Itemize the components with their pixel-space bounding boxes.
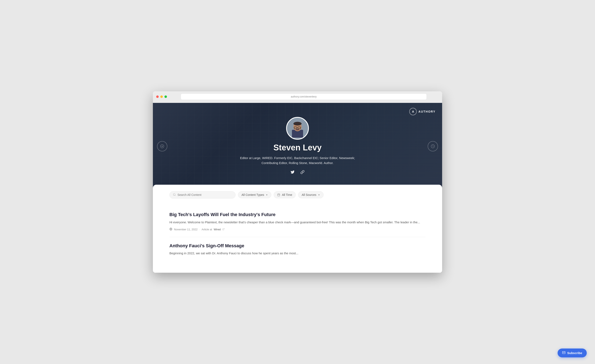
- avatar: [286, 117, 309, 140]
- article-title[interactable]: Anthony Fauci's Sign-Off Message: [170, 243, 425, 249]
- hero-deco-left: [157, 141, 167, 151]
- article-excerpt: Beginning in 2022, we sat with Dr. Antho…: [170, 251, 425, 256]
- browser-address-bar[interactable]: authory.com/stevenlevy: [181, 94, 426, 100]
- search-wrapper[interactable]: [170, 191, 235, 199]
- content-types-label: All Content Types: [241, 193, 264, 196]
- article-excerpt: Hi everyone. Welcome to Plaintext, the n…: [170, 220, 425, 225]
- hero-section: A AUTHORY: [153, 103, 442, 190]
- article-item: Big Tech's Layoffs Will Fuel the Industr…: [170, 206, 425, 237]
- search-input[interactable]: [177, 193, 232, 196]
- content-area: All Content Types ▼ All Time All Sources…: [153, 185, 442, 273]
- social-links: [289, 169, 306, 175]
- twitter-icon[interactable]: [289, 169, 296, 175]
- hero-deco-right: [428, 141, 438, 151]
- separator: ·: [199, 228, 200, 231]
- article-source[interactable]: Wired: [214, 228, 221, 231]
- content-types-dropdown[interactable]: All Content Types ▼: [238, 191, 271, 198]
- calendar-icon: [277, 193, 280, 196]
- article-meta: November 11, 2022 · Article at Wired: [170, 228, 425, 231]
- address-text: authory.com/stevenlevy: [183, 95, 424, 98]
- hero-content: Steven Levy Editor at Large, WIRED. Form…: [238, 117, 357, 175]
- author-bio: Editor at Large, WIRED. Formerly EIC, Ba…: [238, 156, 357, 165]
- authory-logo-text: AUTHORY: [418, 110, 436, 113]
- article-title[interactable]: Big Tech's Layoffs Will Fuel the Industr…: [170, 212, 425, 218]
- chevron-down-icon: ▼: [266, 194, 268, 196]
- all-time-dropdown[interactable]: All Time: [274, 191, 296, 198]
- all-sources-label: All Sources: [302, 193, 316, 196]
- subscribe-button[interactable]: Subscribe: [558, 349, 587, 357]
- svg-point-12: [296, 129, 299, 130]
- external-link-icon[interactable]: [222, 228, 225, 231]
- all-time-label: All Time: [282, 193, 292, 196]
- filter-bar: All Content Types ▼ All Time All Sources…: [170, 191, 425, 199]
- svg-point-6: [293, 122, 302, 126]
- chevron-down-icon-sources: ▼: [318, 194, 320, 196]
- browser-close-dot[interactable]: [156, 95, 159, 98]
- svg-rect-15: [278, 194, 280, 196]
- browser-window: authory.com/stevenlevy A AUTHORY: [153, 91, 442, 273]
- author-name: Steven Levy: [273, 143, 321, 152]
- article-item: Anthony Fauci's Sign-Off Message Beginni…: [170, 237, 425, 265]
- mail-icon: [562, 351, 566, 355]
- browser-tab-bar: [156, 101, 439, 103]
- all-sources-dropdown[interactable]: All Sources ▼: [298, 191, 324, 198]
- authory-logo-circle: A: [409, 108, 417, 115]
- svg-line-21: [223, 228, 224, 229]
- authory-logo[interactable]: A AUTHORY: [409, 108, 436, 115]
- link-icon[interactable]: [299, 169, 306, 175]
- browser-chrome: authory.com/stevenlevy: [153, 91, 442, 103]
- globe-icon: [170, 228, 172, 231]
- browser-minimize-dot[interactable]: [160, 95, 163, 98]
- subscribe-label: Subscribe: [567, 351, 582, 355]
- svg-point-13: [173, 193, 175, 195]
- browser-controls: authory.com/stevenlevy: [156, 94, 439, 100]
- article-type: Article at: [202, 228, 212, 231]
- svg-line-14: [175, 195, 176, 196]
- browser-maximize-dot[interactable]: [164, 95, 167, 98]
- article-date: November 11, 2022: [174, 228, 198, 231]
- search-icon: [173, 193, 176, 197]
